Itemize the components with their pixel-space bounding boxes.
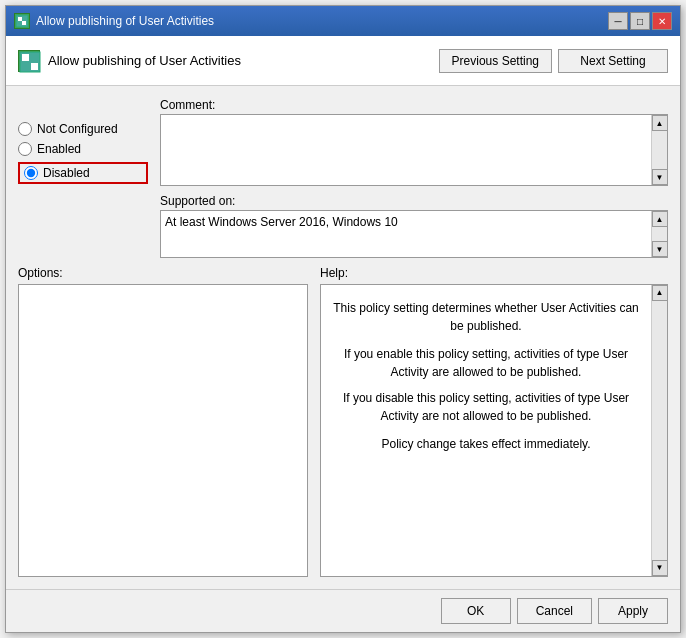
next-setting-button[interactable]: Next Setting — [558, 49, 668, 73]
maximize-button[interactable]: □ — [630, 12, 650, 30]
enabled-radio[interactable] — [18, 142, 32, 156]
apply-button[interactable]: Apply — [598, 598, 668, 624]
help-text-container: This policy setting determines whether U… — [333, 295, 639, 457]
content-area: Not Configured Enabled Disabled Comment: — [6, 86, 680, 589]
not-configured-label: Not Configured — [37, 122, 118, 136]
options-help-section: Options: Help: This policy setting deter… — [18, 266, 668, 577]
comment-input[interactable] — [161, 115, 651, 185]
disabled-label: Disabled — [43, 166, 90, 180]
not-configured-option[interactable]: Not Configured — [18, 122, 148, 136]
scroll-down-arrow[interactable]: ▼ — [652, 169, 668, 185]
scroll-track — [652, 131, 667, 169]
header-title: Allow publishing of User Activities — [48, 53, 241, 68]
comment-scrollbar: ▲ ▼ — [651, 115, 667, 185]
svg-rect-2 — [22, 21, 26, 25]
supported-scrollbar: ▲ ▼ — [651, 211, 667, 257]
supported-scroll-down[interactable]: ▼ — [652, 241, 668, 257]
disabled-radio[interactable] — [24, 166, 38, 180]
title-controls: ─ □ ✕ — [608, 12, 672, 30]
help-scroll-down[interactable]: ▼ — [652, 560, 668, 576]
main-window: Allow publishing of User Activities ─ □ … — [5, 5, 681, 633]
previous-setting-button[interactable]: Previous Setting — [439, 49, 552, 73]
window-icon — [14, 13, 30, 29]
scroll-up-arrow[interactable]: ▲ — [652, 115, 668, 131]
supported-scroll-track — [652, 227, 667, 241]
help-scroll-track — [652, 301, 667, 560]
title-bar-left: Allow publishing of User Activities — [14, 13, 214, 29]
disabled-option-wrapper: Disabled — [18, 162, 148, 184]
supported-input[interactable]: At least Windows Server 2016, Windows 10 — [161, 211, 651, 257]
supported-label: Supported on: — [160, 194, 668, 208]
not-configured-radio[interactable] — [18, 122, 32, 136]
comment-field: Comment: ▲ ▼ — [160, 98, 668, 186]
help-scrollbar: ▲ ▼ — [651, 285, 667, 576]
header-buttons: Previous Setting Next Setting — [439, 49, 668, 73]
close-button[interactable]: ✕ — [652, 12, 672, 30]
help-line-3: If you disable this policy setting, acti… — [333, 387, 639, 427]
help-line-4: Policy change takes effect immediately. — [333, 431, 639, 457]
comment-container: ▲ ▼ — [160, 114, 668, 186]
cancel-button[interactable]: Cancel — [517, 598, 592, 624]
minimize-button[interactable]: ─ — [608, 12, 628, 30]
help-header: Help: — [320, 266, 668, 280]
disabled-option[interactable]: Disabled — [24, 166, 90, 180]
help-panel: Help: This policy setting determines whe… — [320, 266, 668, 577]
help-box: This policy setting determines whether U… — [320, 284, 668, 577]
ok-button[interactable]: OK — [441, 598, 511, 624]
comment-label: Comment: — [160, 98, 668, 112]
radio-group: Not Configured Enabled Disabled — [18, 98, 148, 258]
help-scroll-up[interactable]: ▲ — [652, 285, 668, 301]
supported-scroll-up[interactable]: ▲ — [652, 211, 668, 227]
right-section: Comment: ▲ ▼ Supported on: At least Wind… — [160, 98, 668, 258]
header-left: Allow publishing of User Activities — [18, 50, 241, 72]
options-panel: Options: — [18, 266, 308, 577]
supported-container: At least Windows Server 2016, Windows 10… — [160, 210, 668, 258]
svg-rect-5 — [31, 63, 38, 70]
title-bar: Allow publishing of User Activities ─ □ … — [6, 6, 680, 36]
svg-rect-4 — [22, 54, 29, 61]
top-section: Not Configured Enabled Disabled Comment: — [18, 98, 668, 258]
help-line-1: This policy setting determines whether U… — [333, 295, 639, 339]
svg-rect-1 — [18, 17, 22, 21]
policy-icon — [18, 50, 40, 72]
window-title: Allow publishing of User Activities — [36, 14, 214, 28]
enabled-option[interactable]: Enabled — [18, 142, 148, 156]
enabled-label: Enabled — [37, 142, 81, 156]
footer: OK Cancel Apply — [6, 589, 680, 632]
header-bar: Allow publishing of User Activities Prev… — [6, 36, 680, 86]
options-header: Options: — [18, 266, 308, 280]
help-line-2: If you enable this policy setting, activ… — [333, 343, 639, 383]
supported-field: Supported on: At least Windows Server 20… — [160, 194, 668, 258]
options-box — [18, 284, 308, 577]
